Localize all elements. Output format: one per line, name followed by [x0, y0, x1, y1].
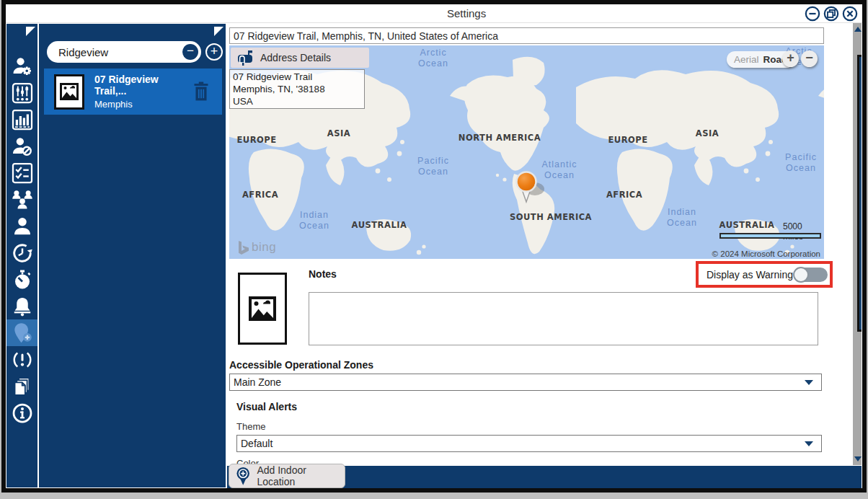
- sidebar-item-reset-timer[interactable]: [6, 239, 37, 266]
- window-title: Settings: [447, 7, 486, 19]
- sidebar-item-user-blocked[interactable]: [6, 133, 37, 159]
- app-body: − + 07 Ridgeview Trail,... Memphis: [6, 23, 862, 488]
- scrollbar-thumb[interactable]: [857, 55, 862, 332]
- sidebar-item-alert[interactable]: [6, 346, 37, 373]
- add-location-pin-icon: [11, 322, 34, 345]
- scroll-down-icon: [854, 456, 862, 462]
- visual-alerts-label: Visual Alerts: [236, 401, 297, 412]
- user-blocked-icon: [12, 136, 33, 157]
- panel-resize-handle-icon[interactable]: [214, 27, 223, 36]
- sidebar-item-person[interactable]: [6, 213, 37, 239]
- address-line-3: USA: [233, 95, 361, 107]
- bing-logo-text: bing: [252, 240, 276, 255]
- location-subtitle: Memphis: [94, 99, 192, 110]
- delete-location-icon[interactable]: [192, 81, 211, 102]
- address-details-label: Address Details: [260, 52, 331, 63]
- theme-label: Theme: [236, 421, 265, 432]
- sliders-icon: [12, 82, 33, 104]
- notes-label: Notes: [309, 268, 337, 280]
- scroll-down-button[interactable]: [853, 454, 862, 464]
- alert-icon: [12, 349, 33, 371]
- search-input[interactable]: [57, 45, 182, 59]
- address-details-box: 07 Ridgeview Trail Memphis, TN, '38188 U…: [229, 69, 365, 109]
- zones-dropdown[interactable]: Main Zone: [229, 374, 822, 391]
- image-placeholder-icon: [58, 79, 80, 104]
- bing-flag-icon: [238, 241, 249, 255]
- team-icon: [12, 189, 33, 211]
- close-icon: [842, 6, 858, 22]
- display-as-warning-label: Display as Warning: [707, 269, 793, 281]
- restore-button[interactable]: [823, 6, 839, 22]
- location-photo-placeholder[interactable]: [238, 273, 287, 345]
- display-as-warning-annotation: Display as Warning: [696, 261, 833, 288]
- minimize-button[interactable]: [805, 6, 820, 22]
- toggle-knob: [793, 267, 809, 283]
- image-placeholder-icon: [246, 291, 279, 327]
- search-box: −: [47, 41, 201, 63]
- reset-timer-icon: [12, 242, 33, 264]
- map[interactable]: Arctic OceanEUROPEASIANORTH AMERICAEUROP…: [229, 45, 824, 259]
- add-indoor-location-label: Add Indoor Location: [257, 464, 345, 487]
- checklist-icon: [12, 162, 33, 184]
- aerial-view-option[interactable]: Aerial: [734, 54, 759, 65]
- sidebar-resize-handle-icon[interactable]: [26, 27, 35, 36]
- sidebar-item-bar-chart[interactable]: [6, 106, 37, 133]
- display-as-warning-toggle[interactable]: [794, 268, 828, 282]
- address-line-1: 07 Ridgeview Trail: [233, 71, 361, 83]
- stopwatch-icon: [12, 269, 33, 291]
- icon-sidebar: [6, 24, 37, 487]
- sidebar-item-bell[interactable]: [6, 293, 37, 319]
- dropdown-arrow-icon: [805, 441, 813, 446]
- scroll-up-icon: [854, 27, 862, 32]
- bing-logo: bing: [238, 240, 276, 255]
- location-thumbnail: [54, 74, 84, 110]
- info-icon: [12, 402, 33, 424]
- address-line-2: Memphis, TN, '38188: [233, 83, 361, 95]
- theme-value: Default: [241, 438, 273, 449]
- add-indoor-pin-icon: [236, 467, 250, 486]
- documents-icon: [12, 376, 33, 397]
- close-button[interactable]: [842, 6, 858, 22]
- sidebar-item-sliders[interactable]: [6, 79, 37, 106]
- sidebar-item-stopwatch[interactable]: [6, 266, 37, 293]
- map-zoom-out-button[interactable]: −: [801, 50, 818, 67]
- minimize-icon: [805, 6, 820, 22]
- scroll-up-button[interactable]: [853, 24, 862, 35]
- map-zoom-in-button[interactable]: +: [782, 50, 799, 67]
- window-controls: [805, 6, 858, 22]
- add-indoor-location-button[interactable]: Add Indoor Location: [229, 464, 345, 488]
- sidebar-item-user-settings[interactable]: [6, 53, 37, 79]
- restore-icon: [823, 6, 839, 22]
- add-location-button[interactable]: +: [205, 43, 223, 61]
- locations-panel: − + 07 Ridgeview Trail,... Memphis: [39, 24, 226, 487]
- notes-textarea[interactable]: [309, 292, 818, 345]
- sidebar-item-checklist[interactable]: [6, 159, 37, 186]
- vertical-scrollbar[interactable]: [853, 23, 862, 465]
- sidebar-item-info[interactable]: [6, 399, 37, 426]
- dropdown-arrow-icon: [805, 380, 813, 385]
- remove-location-button[interactable]: −: [182, 44, 198, 60]
- zones-value: Main Zone: [234, 376, 281, 388]
- settings-window: Settings: [1, 0, 867, 493]
- sidebar-items: [6, 53, 37, 426]
- address-input[interactable]: [229, 27, 824, 44]
- sidebar-item-documents[interactable]: [6, 373, 37, 399]
- sidebar-item-add-location[interactable]: [6, 319, 37, 346]
- zones-label: Accessible Operational Zones: [229, 359, 373, 371]
- location-texts: 07 Ridgeview Trail,... Memphis: [94, 74, 192, 110]
- mailbox-icon: [236, 50, 254, 66]
- location-list-item[interactable]: 07 Ridgeview Trail,... Memphis: [44, 69, 222, 115]
- main-content: Arctic OceanEUROPEASIANORTH AMERICAEUROP…: [227, 23, 862, 488]
- map-copyright: © 2024 Microsoft Corporation: [712, 250, 820, 258]
- bar-chart-icon: [12, 109, 33, 131]
- theme-dropdown[interactable]: Default: [236, 435, 822, 452]
- address-details-button[interactable]: Address Details: [231, 48, 369, 68]
- title-bar: Settings: [6, 4, 862, 23]
- sidebar-item-team[interactable]: [6, 186, 37, 213]
- user-settings-icon: [12, 56, 33, 77]
- person-icon: [12, 216, 33, 237]
- location-title: 07 Ridgeview Trail,...: [94, 74, 192, 97]
- bell-icon: [12, 296, 33, 317]
- map-scale-bar: [719, 233, 821, 239]
